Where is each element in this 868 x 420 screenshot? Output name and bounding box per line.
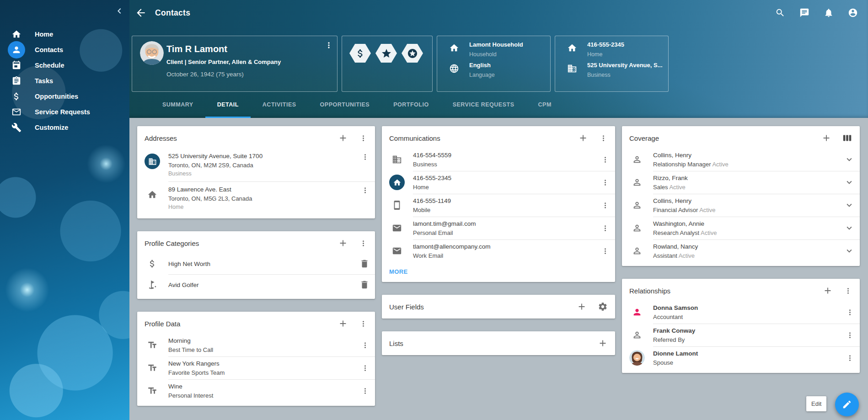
contact-menu-kebab-icon[interactable] bbox=[324, 41, 333, 50]
tab-cpm[interactable]: CPM bbox=[526, 94, 563, 118]
communication-row: tlamont@allencompany.com Work Email bbox=[382, 239, 615, 262]
tab-service-requests[interactable]: SERVICE REQUESTS bbox=[441, 94, 526, 118]
sidebar-collapse-chevron-icon[interactable] bbox=[114, 5, 125, 16]
add-coverage-button[interactable] bbox=[821, 133, 831, 143]
coverage-status: Active bbox=[701, 229, 717, 236]
relationship-kebab-icon[interactable] bbox=[846, 354, 854, 362]
row-label: Home bbox=[587, 51, 624, 58]
person-icon bbox=[11, 45, 21, 55]
user-fields-gear-icon[interactable] bbox=[598, 302, 608, 312]
add-relationship-button[interactable] bbox=[823, 286, 833, 296]
chat-icon-chat[interactable] bbox=[799, 8, 809, 18]
address-kebab-icon[interactable] bbox=[361, 153, 370, 161]
add-address-button[interactable] bbox=[338, 133, 348, 143]
mail-icon bbox=[389, 243, 405, 259]
profile-data-row-kebab-icon[interactable] bbox=[361, 341, 370, 350]
address-type: Home bbox=[168, 204, 361, 210]
profile-data-row-kebab-icon[interactable] bbox=[361, 364, 370, 372]
more-link[interactable]: MORE bbox=[382, 262, 415, 282]
content-area: Addresses 525 University Avenue, Suite 1… bbox=[129, 118, 868, 420]
relationships-kebab-icon[interactable] bbox=[844, 287, 852, 295]
sidebar-item-schedule[interactable]: Schedule bbox=[0, 58, 129, 73]
sidebar-item-home[interactable]: Home bbox=[0, 27, 129, 42]
coverage-expand-chevron-icon[interactable] bbox=[844, 200, 854, 210]
tab-activities[interactable]: ACTIVITIES bbox=[251, 94, 308, 118]
relationship-kebab-icon[interactable] bbox=[846, 331, 854, 340]
sidebar-item-service-requests[interactable]: Service Requests bbox=[0, 104, 129, 120]
communication-kebab-icon[interactable] bbox=[601, 155, 610, 164]
coverage-expand-chevron-icon[interactable] bbox=[844, 177, 854, 187]
profile-data-value: Wine bbox=[168, 383, 361, 390]
household-card: Lamont Household Household English Langu… bbox=[437, 36, 551, 92]
communication-kebab-icon[interactable] bbox=[601, 178, 610, 187]
address-row: 89 Lawrence Ave. East Toronto, ON, M5G 2… bbox=[137, 181, 375, 215]
coverage-name: Collins, Henry bbox=[653, 197, 844, 204]
coverage-row: Collins, Henry Financial Advisor Active bbox=[622, 194, 860, 217]
categories-kebab-icon[interactable] bbox=[359, 239, 368, 248]
coverage-role: Assistant bbox=[653, 252, 677, 259]
communication-value: lamont.tim@gmail.com bbox=[413, 220, 601, 227]
home-icon bbox=[145, 187, 160, 202]
edit-fab-button[interactable] bbox=[835, 393, 859, 416]
relationship-type: Accountant bbox=[653, 314, 846, 320]
relationship-type: Referred By bbox=[653, 336, 846, 343]
relationship-type: Spouse bbox=[653, 359, 846, 366]
add-list-button[interactable] bbox=[598, 338, 608, 348]
sidebar-item-tasks[interactable]: Tasks bbox=[0, 73, 129, 89]
dollar-icon bbox=[11, 91, 21, 101]
communication-kebab-icon[interactable] bbox=[601, 201, 610, 210]
tab-label: ACTIVITIES bbox=[263, 101, 296, 108]
add-communication-button[interactable] bbox=[578, 133, 588, 143]
addresses-kebab-icon[interactable] bbox=[359, 134, 368, 143]
sidebar-item-opportunities[interactable]: Opportunities bbox=[0, 89, 129, 104]
calendar-icon bbox=[11, 60, 21, 70]
account-icon-account[interactable] bbox=[848, 8, 858, 18]
profile-data-row-kebab-icon[interactable] bbox=[361, 387, 370, 395]
sidebar-item-label: Opportunities bbox=[35, 93, 78, 100]
coverage-row: Collins, Henry Relationship Manager Acti… bbox=[622, 148, 860, 171]
row-label: Business bbox=[587, 72, 663, 78]
add-profile-data-button[interactable] bbox=[338, 319, 348, 329]
sidebar-item-customize[interactable]: Customize bbox=[0, 120, 129, 135]
contact-avatar bbox=[140, 41, 164, 65]
communication-kebab-icon[interactable] bbox=[601, 224, 610, 233]
contact-role: Client | Senior Partner, Allen & Company bbox=[166, 58, 331, 65]
communication-kebab-icon[interactable] bbox=[601, 247, 610, 255]
profile-data-kebab-icon[interactable] bbox=[359, 319, 368, 328]
relationship-kebab-icon[interactable] bbox=[846, 308, 854, 317]
coverage-expand-chevron-icon[interactable] bbox=[844, 246, 854, 256]
search-icon-search[interactable] bbox=[775, 8, 785, 18]
relationships-card: Relationships Donna Samson Accountant bbox=[622, 279, 860, 373]
relationship-name: Frank Conway bbox=[653, 327, 846, 334]
back-arrow-icon[interactable] bbox=[135, 7, 147, 19]
add-user-field-button[interactable] bbox=[577, 302, 587, 312]
add-category-button[interactable] bbox=[338, 238, 348, 248]
coverage-columns-icon[interactable] bbox=[842, 133, 852, 143]
communication-label: Business bbox=[413, 161, 601, 168]
sidebar-item-contacts[interactable]: Contacts bbox=[0, 42, 129, 58]
delete-category-icon[interactable] bbox=[359, 280, 370, 290]
coverage-status: Active bbox=[669, 184, 685, 191]
coverage-row: Washington, Annie Research Analyst Activ… bbox=[622, 217, 860, 239]
delete-category-icon[interactable] bbox=[359, 259, 370, 269]
communication-row: 416-555-1149 Mobile bbox=[382, 194, 615, 217]
tab-label: CPM bbox=[538, 101, 552, 108]
address-kebab-icon[interactable] bbox=[361, 186, 370, 195]
tab-opportunities[interactable]: OPPORTUNITIES bbox=[308, 94, 382, 118]
coverage-expand-chevron-icon[interactable] bbox=[844, 154, 854, 165]
tab-summary[interactable]: SUMMARY bbox=[150, 94, 205, 118]
address-line1: 525 University Avenue, Suite 1700 bbox=[168, 153, 361, 159]
card-title: Relationships bbox=[629, 287, 823, 295]
person-outline-icon bbox=[629, 197, 645, 213]
relationship-name: Donna Samson bbox=[653, 304, 846, 311]
tab-portfolio[interactable]: PORTFOLIO bbox=[381, 94, 440, 118]
notifications-icon-notifications[interactable] bbox=[824, 8, 834, 18]
communications-kebab-icon[interactable] bbox=[599, 134, 608, 143]
addresses-card: Addresses 525 University Avenue, Suite 1… bbox=[137, 126, 375, 218]
profile-data-card: Profile Data Morning Best Time to Call bbox=[137, 312, 375, 406]
tab-detail[interactable]: DETAIL bbox=[205, 94, 251, 118]
page-title: Contacts bbox=[155, 8, 190, 18]
coverage-expand-chevron-icon[interactable] bbox=[844, 223, 854, 233]
card-title: Addresses bbox=[145, 134, 338, 142]
home-icon bbox=[389, 175, 405, 190]
